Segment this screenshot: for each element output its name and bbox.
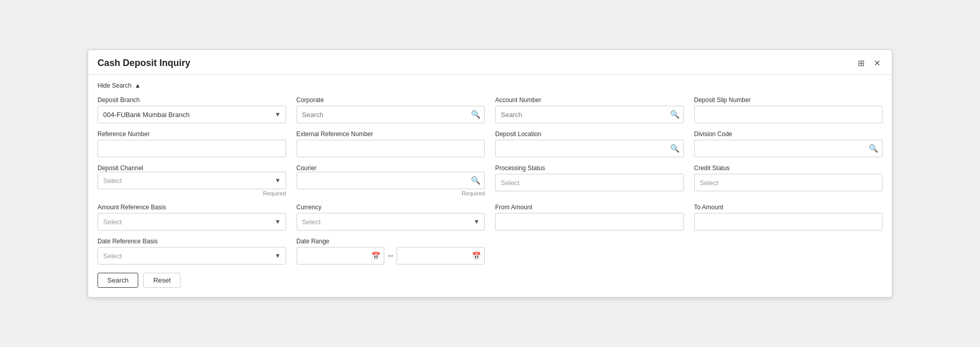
deposit-channel-select-wrapper: Select ▼: [97, 172, 286, 189]
credit-status-label: Credit Status: [694, 164, 883, 172]
date-range-arrow-icon: ↔: [386, 251, 395, 260]
date-range-to-input[interactable]: [397, 247, 485, 265]
credit-status-select[interactable]: Select: [694, 174, 883, 191]
reference-number-label: Reference Number: [97, 130, 286, 138]
close-button[interactable]: ✕: [872, 57, 883, 69]
hide-search-toggle[interactable]: Hide Search ▲: [97, 82, 883, 89]
currency-group: Currency Select ▼: [297, 204, 485, 230]
courier-input-wrapper: 🔍: [297, 172, 485, 189]
deposit-location-input[interactable]: [495, 140, 684, 157]
date-reference-basis-group: Date Reference Basis Select ▼: [97, 238, 286, 265]
deposit-slip-number-label: Deposit Slip Number: [694, 96, 883, 104]
account-number-input[interactable]: [495, 106, 684, 123]
account-number-input-wrapper: 🔍: [495, 106, 684, 123]
maximize-icon: ⊞: [858, 59, 864, 68]
deposit-branch-group: Deposit Branch 004-FUBank Mumbai Branch …: [97, 96, 286, 123]
date-range-from-input[interactable]: [297, 247, 385, 265]
to-amount-group: To Amount: [694, 204, 883, 230]
empty-col-3: [495, 238, 684, 265]
date-range-to-wrapper: 📅: [397, 247, 485, 265]
division-code-group: Division Code 🔍: [694, 130, 883, 157]
courier-label: Courier: [297, 164, 485, 172]
date-reference-basis-select-wrapper: Select ▼: [97, 247, 286, 265]
reference-number-group: Reference Number: [97, 130, 286, 157]
external-reference-number-input[interactable]: [297, 140, 485, 157]
deposit-location-input-wrapper: 🔍: [495, 140, 684, 157]
to-amount-input[interactable]: [694, 213, 883, 230]
from-amount-group: From Amount: [495, 204, 684, 230]
date-reference-basis-select[interactable]: Select: [97, 247, 286, 265]
account-number-group: Account Number 🔍: [495, 96, 684, 123]
amount-reference-basis-select-wrapper: Select ▼: [97, 213, 286, 230]
amount-reference-basis-group: Amount Reference Basis Select ▼: [97, 204, 286, 230]
reset-button[interactable]: Reset: [143, 273, 181, 288]
courier-required-hint: Required: [297, 190, 485, 196]
corporate-group: Corporate 🔍: [297, 96, 485, 123]
currency-label: Currency: [297, 204, 485, 211]
courier-input[interactable]: [297, 172, 485, 189]
deposit-location-label: Deposit Location: [495, 130, 684, 138]
external-reference-number-label: External Reference Number: [297, 130, 485, 138]
date-range-group: Date Range 📅 ↔ 📅: [297, 238, 485, 265]
deposit-channel-label: Deposit Channel: [97, 164, 286, 172]
to-amount-label: To Amount: [694, 204, 883, 211]
corporate-input[interactable]: [297, 106, 485, 123]
date-range-label: Date Range: [297, 238, 485, 245]
deposit-channel-group: Deposit Channel Select ▼ Required: [97, 164, 286, 196]
search-button[interactable]: Search: [97, 273, 138, 288]
corporate-input-wrapper: 🔍: [297, 106, 485, 123]
processing-status-select[interactable]: Select: [495, 174, 684, 191]
credit-status-group: Credit Status Select: [694, 164, 883, 196]
credit-status-select-wrapper: Select: [694, 174, 883, 191]
cash-deposit-inquiry-dialog: Cash Deposit Inquiry ⊞ ✕ Hide Search ▲ D…: [88, 49, 892, 298]
dialog-body: Hide Search ▲ Deposit Branch 004-FUBank …: [88, 75, 892, 297]
division-code-input[interactable]: [694, 140, 883, 157]
deposit-location-group: Deposit Location 🔍: [495, 130, 684, 157]
date-reference-basis-label: Date Reference Basis: [97, 238, 286, 245]
date-range-from-wrapper: 📅: [297, 247, 385, 265]
date-range-wrapper: 📅 ↔ 📅: [297, 247, 485, 265]
currency-select[interactable]: Select: [297, 213, 485, 230]
from-amount-input[interactable]: [495, 213, 684, 230]
processing-status-select-wrapper: Select: [495, 174, 684, 191]
account-number-label: Account Number: [495, 96, 684, 104]
deposit-branch-select[interactable]: 004-FUBank Mumbai Branch: [97, 106, 286, 123]
from-amount-label: From Amount: [495, 204, 684, 211]
external-reference-number-group: External Reference Number: [297, 130, 485, 157]
courier-group: Courier 🔍 Required: [297, 164, 485, 196]
currency-select-wrapper: Select ▼: [297, 213, 485, 230]
dialog-header: Cash Deposit Inquiry ⊞ ✕: [88, 50, 892, 75]
hide-search-label: Hide Search: [97, 82, 132, 89]
maximize-button[interactable]: ⊞: [856, 57, 867, 69]
action-row: Search Reset: [97, 273, 883, 288]
division-code-label: Division Code: [694, 130, 883, 138]
deposit-branch-label: Deposit Branch: [97, 96, 286, 104]
deposit-channel-required-hint: Required: [97, 190, 286, 196]
deposit-slip-number-input[interactable]: 585: [694, 106, 883, 123]
corporate-label: Corporate: [297, 96, 485, 104]
empty-col-4: [694, 238, 883, 265]
division-code-input-wrapper: 🔍: [694, 140, 883, 157]
processing-status-label: Processing Status: [495, 164, 684, 172]
expand-icon: ▲: [135, 82, 141, 89]
amount-reference-basis-label: Amount Reference Basis: [97, 204, 286, 211]
header-icons: ⊞ ✕: [856, 57, 883, 69]
dialog-title: Cash Deposit Inquiry: [97, 58, 190, 69]
deposit-slip-number-group: Deposit Slip Number 585: [694, 96, 883, 123]
deposit-branch-select-wrapper: 004-FUBank Mumbai Branch ▼: [97, 106, 286, 123]
reference-number-input[interactable]: [97, 140, 286, 157]
processing-status-group: Processing Status Select: [495, 164, 684, 196]
amount-reference-basis-select[interactable]: Select: [97, 213, 286, 230]
search-form: Deposit Branch 004-FUBank Mumbai Branch …: [97, 96, 883, 265]
deposit-channel-select[interactable]: Select: [97, 172, 286, 189]
close-icon: ✕: [874, 59, 880, 68]
